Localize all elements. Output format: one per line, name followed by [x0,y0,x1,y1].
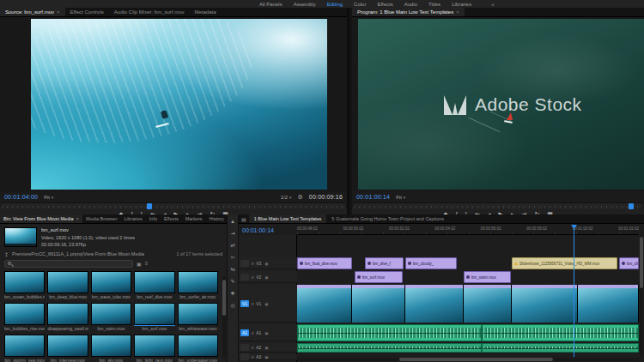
preview-thumbnail[interactable] [4,227,37,247]
project-panel-tab[interactable]: Libraries [121,214,146,223]
bin-item[interactable]: bm_sky.mov [91,335,131,362]
source-patch[interactable] [240,353,249,360]
bin-item-thumbnail[interactable] [134,335,174,357]
bin-item[interactable]: bm_ocean_bubbles.mov [4,271,45,300]
video-clip[interactable]: bm_surf.mov [355,271,403,283]
bin-item[interactable]: bm_interview.mov [47,335,88,362]
project-panel-tab[interactable]: Effects [161,214,182,223]
video-track-header[interactable]: ⊘ V2 ◉ [239,271,297,283]
bin-item-thumbnail[interactable] [178,271,218,293]
workspace-tab[interactable]: Audio [404,2,417,7]
video-track-header[interactable]: ⊘ V3 ◉ [239,257,297,269]
razor-tool[interactable]: ✂ [230,254,234,260]
source-patch[interactable] [240,274,249,281]
track-lock-icon[interactable]: ⊘ [251,330,254,335]
timeline-tracks-area[interactable]: bm_float_dive.mov bm_dive_f bm_cloudy_ S… [297,235,639,357]
video-track-header[interactable]: V1 ⊘ V1 ◉ [239,285,297,323]
audio-clip[interactable] [297,324,482,341]
video-clip[interactable]: bm_cloudy_ [405,257,457,269]
workspace-tab[interactable]: Libraries [452,2,471,7]
zoom-tool[interactable]: ◎ [230,302,234,308]
timeline-ruler[interactable]: 00:00:48:0200:00:50:0200:00:52:0200:00:5… [297,225,639,235]
video-clip-filmstrip[interactable] [405,285,464,323]
bin-item[interactable]: bm_stormy_sea.mov [4,335,45,362]
bin-item-thumbnail[interactable] [4,303,45,325]
pen-tool[interactable]: ✎ [230,278,234,284]
close-icon[interactable]: × [456,9,459,15]
workspace-overflow-icon[interactable]: » [491,2,494,7]
bin-item[interactable]: bm_light_rays.mov [134,335,174,362]
track-output-icon[interactable]: ◉ [264,261,268,266]
source-scrubber[interactable] [2,202,345,208]
filter-icon[interactable]: ▣ [137,261,142,267]
track-lock-icon[interactable]: ⊘ [251,301,254,306]
project-panel-tab[interactable]: History [206,214,227,223]
bin-item-thumbnail[interactable] [47,271,88,293]
hand-tool[interactable]: ❖ [230,290,234,296]
video-clip-filmstrip[interactable] [297,285,352,323]
video-clip[interactable]: Slideshows_1125856731_Video_HD_WM.mov [512,257,617,269]
bin-item[interactable]: bm_whitewater.mov [178,303,218,332]
track-lock-icon[interactable]: ⊘ [251,275,254,280]
bin-item[interactable]: bm_bubbles_rise.mov [4,303,45,332]
track-output-icon[interactable]: ◉ [264,275,268,280]
project-panel-tab[interactable]: Info [146,214,161,223]
video-clip-filmstrip[interactable] [512,285,578,323]
ripple-edit-tool[interactable]: ⇄ [230,242,234,248]
video-clip[interactable]: bm_cliff.mov [619,257,639,269]
timeline-vertical-scrollbar[interactable] [640,235,643,355]
timeline-timecode[interactable]: 00:01:00:14 [242,227,274,233]
project-panel-tab[interactable]: Media Browser [82,214,121,223]
bin-item[interactable]: bm_surfer_air.mov [178,271,218,300]
bin-item-thumbnail[interactable] [134,303,174,325]
workspace-tab[interactable]: Editing [327,2,343,7]
source-patch[interactable] [240,260,249,267]
timeline-tab[interactable]: 5 Guatemala Going Home Town Project and … [326,214,449,223]
parent-bin-icon[interactable]: ↥ [4,251,9,257]
source-panel-tab[interactable]: Effect Controls [65,8,109,16]
source-zoom-select[interactable]: Fit▾ [44,195,53,200]
search-input[interactable] [14,261,130,266]
video-clip-filmstrip[interactable] [464,285,512,323]
bin-item-thumbnail[interactable] [47,335,88,357]
bin-item[interactable]: bm_underwater.mov [178,335,218,362]
workspace-tab[interactable]: Color [354,2,366,7]
video-clip-filmstrip[interactable] [578,285,639,323]
source-panel-tab[interactable]: Source: bm_surf.mov × [0,8,65,16]
audio-clip[interactable] [482,343,639,353]
bin-item[interactable]: disappearing_swell.mov [47,303,88,332]
audio-track-header[interactable]: ⊘ A3 ◉ [239,354,297,360]
video-clip[interactable]: bm_float_dive.mov [297,257,352,269]
track-select-tool[interactable]: ⇥ [230,230,234,236]
close-icon[interactable]: × [76,216,80,221]
source-resolution-select[interactable]: 1/2▾ [281,195,292,200]
project-scrollbar[interactable] [222,276,226,359]
settings-wrench-icon[interactable]: ⚙ [298,194,303,201]
bin-item-thumbnail[interactable] [4,271,45,293]
program-playhead[interactable] [629,203,634,209]
close-icon[interactable]: × [57,9,60,15]
track-mute-icon[interactable]: ◉ [264,354,268,359]
program-video-frame[interactable]: Adobe Stock [358,19,644,190]
track-output-icon[interactable]: ◉ [264,301,268,306]
bin-item-thumbnail[interactable] [91,335,131,357]
list-view-icon[interactable]: ≡ [145,261,149,266]
bin-item-thumbnail[interactable] [178,335,218,357]
bin-item[interactable]: bm_deep_blue.mov [47,271,88,300]
project-panel-tab[interactable]: Markers [182,214,206,223]
program-zoom-select[interactable]: Fit▾ [396,195,405,200]
bin-item[interactable]: bm_swim.mov [91,303,131,332]
audio-track-header[interactable]: A1 ⊘ A1 ◉ [239,324,297,341]
track-lock-icon[interactable]: ⊘ [251,354,254,359]
bin-item[interactable]: bm_wave_tube.mov [91,271,131,300]
track-mute-icon[interactable]: ◉ [264,330,268,335]
source-patch[interactable] [240,344,249,351]
bin-item-thumbnail[interactable] [134,271,174,293]
video-clip-filmstrip[interactable] [352,285,405,323]
bin-item[interactable]: bm_surf.mov [134,303,174,332]
program-scrubber[interactable] [354,202,642,208]
project-panel-tab[interactable]: Bin: View From Blue Moon Media × [0,214,82,223]
track-mute-icon[interactable]: ◉ [264,345,268,350]
track-lock-icon[interactable]: ⊘ [251,261,254,266]
timeline-playhead[interactable] [574,225,574,357]
